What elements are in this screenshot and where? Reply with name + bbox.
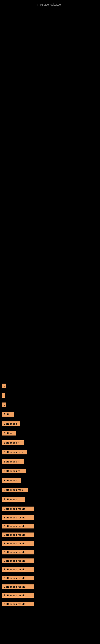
bottleneck-result-label: B: [2, 402, 6, 407]
list-item: Bottleneck result: [0, 505, 100, 512]
list-item: Bottleneck result: [0, 514, 100, 521]
site-title: TheBottlenecker.com: [0, 1, 100, 8]
bottleneck-result-label: Bottleneck result: [2, 576, 34, 580]
bottleneck-result-label: Bottleneck result: [2, 541, 34, 546]
list-item: Bottleneck result: [0, 540, 100, 547]
list-item: |: [0, 392, 100, 400]
list-item: Bottleneck result: [0, 523, 100, 530]
bottleneck-result-label: Bottleneck r: [2, 497, 25, 502]
list-item: Bottleneck: [0, 477, 100, 485]
bottleneck-result-label: Bottlen: [2, 431, 16, 436]
list-item: Bottleneck: [0, 420, 100, 428]
bottleneck-result-label: Bottleneck result: [2, 515, 34, 520]
bottleneck-result-label: Bottleneck resu: [2, 488, 28, 492]
bottleneck-result-label: Bottleneck result: [2, 532, 34, 537]
bottleneck-result-label: Bottleneck r: [2, 440, 24, 445]
list-item: Bottleneck r: [0, 439, 100, 447]
bottleneck-result-label: Bottleneck result: [2, 567, 34, 572]
list-item: Bottleneck result: [0, 574, 100, 582]
bottleneck-result-label: Bottleneck result: [2, 558, 34, 563]
bottleneck-result-label: Bottleneck: [2, 478, 21, 483]
bottleneck-result-label: Bottleneck result: [2, 524, 34, 528]
list-item: Bottleneck result: [0, 566, 100, 573]
bottleneck-result-label: Bottleneck resu: [2, 450, 27, 454]
bottleneck-result-label: Bottleneck result: [2, 550, 34, 554]
list-item: B: [0, 382, 100, 390]
list-item: Bottleneck r: [0, 458, 100, 466]
list-item: Bottleneck r: [0, 496, 100, 504]
bottleneck-result-label: Bottleneck r: [2, 459, 24, 464]
list-item: B: [0, 401, 100, 409]
bottleneck-result-label: Bottleneck: [2, 422, 20, 426]
bottleneck-result-label: Bottleneck result: [2, 602, 34, 606]
bottleneck-result-label: B: [2, 384, 6, 388]
list-item: Bottleneck result: [0, 557, 100, 564]
bottleneck-result-label: Bott: [2, 412, 14, 416]
list-item: Bottleneck result: [0, 600, 100, 608]
bottleneck-items-container: B|BBottBottleneckBottlenBottleneck rBott…: [0, 382, 100, 609]
list-item: Bottleneck result: [0, 592, 100, 599]
list-item: Bottleneck resu: [0, 448, 100, 456]
list-item: Bott: [0, 411, 100, 418]
bottleneck-result-label: Bottleneck result: [2, 593, 34, 598]
list-item: Bottleneck result: [0, 583, 100, 590]
bottleneck-result-label: Bottleneck re: [2, 469, 26, 473]
list-item: Bottleneck resu: [0, 486, 100, 494]
list-item: Bottlen: [0, 430, 100, 438]
bottleneck-result-label: Bottleneck result: [2, 584, 34, 589]
bottleneck-result-label: |: [2, 393, 5, 398]
list-item: Bottleneck result: [0, 548, 100, 556]
list-item: Bottleneck re: [0, 468, 100, 475]
list-item: Bottleneck result: [0, 531, 100, 538]
bottleneck-result-label: Bottleneck result: [2, 506, 34, 511]
